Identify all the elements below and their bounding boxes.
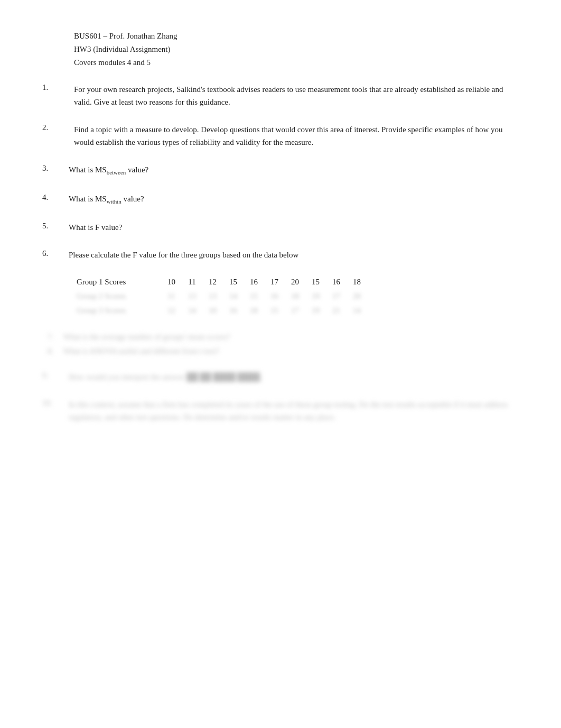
question-3: 3. What is MSbetween value? — [42, 163, 519, 178]
q2-number: 2. — [42, 123, 74, 132]
sub-q8-text: What is ANOVA useful and different from … — [63, 347, 219, 356]
group2-row: Group 2 Scores 11 13 13 14 15 16 18 19 1… — [77, 289, 367, 303]
group3-label: Group 3 Scores — [77, 303, 161, 318]
g2-v7: 18 — [285, 289, 305, 303]
header-section: BUS601 – Prof. Jonathan Zhang HW3 (Indiv… — [74, 32, 519, 67]
g1-v8: 15 — [305, 275, 326, 289]
g2-v1: 11 — [161, 289, 182, 303]
q10-number: 10. — [42, 398, 69, 408]
q4-label: What is MS — [69, 195, 107, 203]
q10-text: In this context, assume that a firm has … — [69, 398, 519, 423]
header-line1: BUS601 – Prof. Jonathan Zhang — [74, 32, 519, 41]
q3-subscript: between — [107, 169, 126, 176]
sub-questions: 7. What is the average number of groups'… — [48, 333, 519, 356]
q4-subscript: within — [107, 198, 121, 205]
g2-v3: 13 — [202, 289, 223, 303]
q1-number: 1. — [42, 83, 74, 92]
g3-v10: 14 — [347, 303, 367, 318]
g3-v4: 16 — [223, 303, 244, 318]
group2-label: Group 2 Scores — [77, 289, 161, 303]
group1-label: Group 1 Scores — [77, 275, 161, 289]
q5-text: What is F value? — [69, 221, 519, 234]
q6-text: Please calculate the F value for the thr… — [69, 248, 298, 261]
scores-table: Group 1 Scores 10 11 12 15 16 17 20 15 1… — [77, 275, 367, 318]
sub-q7-text: What is the average number of groups' me… — [63, 333, 230, 342]
g1-v6: 17 — [264, 275, 285, 289]
q9-number: 9. — [42, 371, 69, 380]
g2-v2: 13 — [182, 289, 202, 303]
q1-text: For your own research projects, Salkind'… — [74, 83, 519, 108]
g1-v1: 10 — [161, 275, 182, 289]
g3-v1: 12 — [161, 303, 182, 318]
question-6: 6. Please calculate the F value for the … — [42, 248, 519, 318]
q3-number: 3. — [42, 163, 69, 173]
question-2: 2. Find a topic with a measure to develo… — [42, 123, 519, 149]
g3-v7: 17 — [285, 303, 305, 318]
sub-q8-number: 8. — [48, 347, 63, 356]
q4-suffix: value? — [121, 195, 144, 203]
group3-row: Group 3 Scores 12 14 10 16 18 15 17 19 2… — [77, 303, 367, 318]
group1-row: Group 1 Scores 10 11 12 15 16 17 20 15 1… — [77, 275, 367, 289]
g2-v4: 14 — [223, 289, 244, 303]
q5-number: 5. — [42, 221, 69, 231]
questions-section: 1. For your own research projects, Salki… — [42, 83, 519, 423]
q3-text: What is MSbetween value? — [69, 163, 519, 178]
q6-number: 6. — [42, 248, 69, 258]
g2-v5: 15 — [244, 289, 264, 303]
question-5: 5. What is F value? — [42, 221, 519, 234]
q4-text: What is MSwithin value? — [69, 192, 519, 207]
header-line2: HW3 (Individual Assignment) — [74, 45, 519, 54]
q3-label: What is MS — [69, 165, 107, 174]
g3-v9: 21 — [326, 303, 347, 318]
sub-q7: 7. What is the average number of groups'… — [48, 333, 519, 342]
g2-v10: 20 — [347, 289, 367, 303]
g1-v9: 16 — [326, 275, 347, 289]
g2-v6: 16 — [264, 289, 285, 303]
g3-v2: 14 — [182, 303, 202, 318]
question-9: 9. How would you interpret the answer ██… — [42, 371, 519, 383]
q4-number: 4. — [42, 192, 69, 202]
g2-v8: 19 — [305, 289, 326, 303]
g1-v7: 20 — [285, 275, 305, 289]
q9-text: How would you interpret the answer ██ ██… — [69, 371, 519, 383]
g3-v6: 15 — [264, 303, 285, 318]
g1-v2: 11 — [182, 275, 202, 289]
q3-suffix: value? — [126, 165, 148, 174]
g1-v5: 16 — [244, 275, 264, 289]
g1-v10: 18 — [347, 275, 367, 289]
g1-v4: 15 — [223, 275, 244, 289]
q2-text: Find a topic with a measure to develop. … — [74, 123, 519, 149]
question-10: 10. In this context, assume that a firm … — [42, 398, 519, 423]
question-4: 4. What is MSwithin value? — [42, 192, 519, 207]
sub-q8: 8. What is ANOVA useful and different fr… — [48, 347, 519, 356]
g3-v8: 19 — [305, 303, 326, 318]
g2-v9: 17 — [326, 289, 347, 303]
g1-v3: 12 — [202, 275, 223, 289]
g3-v5: 18 — [244, 303, 264, 318]
header-line3: Covers modules 4 and 5 — [74, 58, 519, 67]
question-1: 1. For your own research projects, Salki… — [42, 83, 519, 108]
sub-q7-number: 7. — [48, 333, 63, 342]
g3-v3: 10 — [202, 303, 223, 318]
